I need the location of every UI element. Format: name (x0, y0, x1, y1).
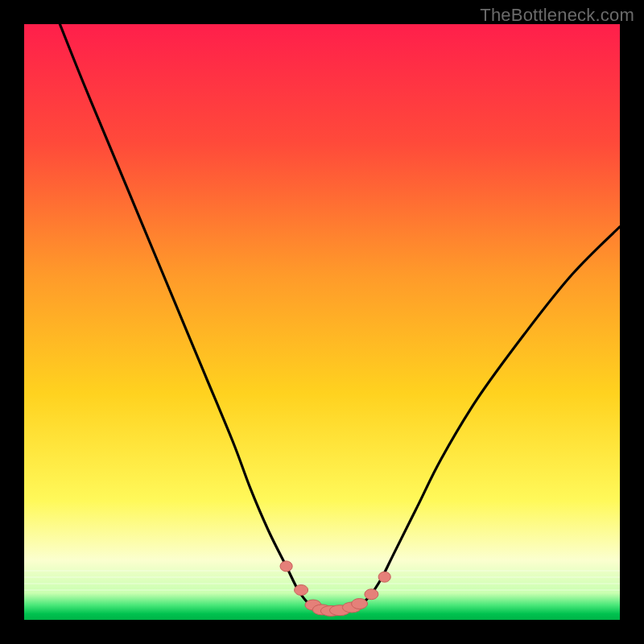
bottleneck-curve-svg (24, 24, 620, 620)
highlight-marker (352, 599, 368, 609)
highlight-marker (295, 585, 308, 596)
chart-canvas (24, 24, 620, 620)
bottleneck-curve (60, 24, 620, 612)
highlight-marker (378, 572, 390, 582)
watermark-text: TheBottleneck.com (480, 5, 634, 26)
highlight-marker (365, 589, 378, 600)
highlight-marker (280, 561, 292, 572)
